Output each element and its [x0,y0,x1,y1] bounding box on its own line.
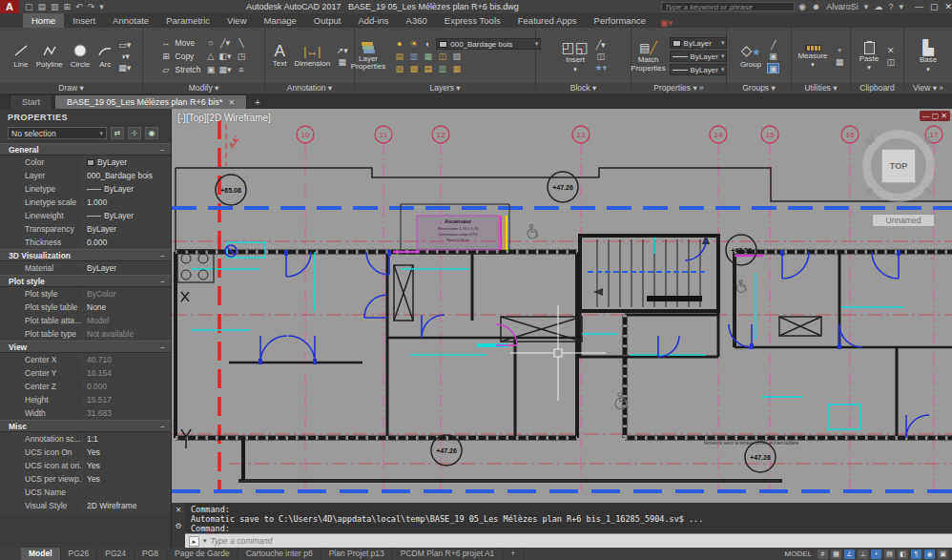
palette-section-header[interactable]: Misc− [0,420,171,432]
text-button[interactable]: A Text [271,43,289,69]
linetype-dropdown[interactable]: ByLayer▾ [670,64,728,75]
property-value[interactable]: 1:1 [82,434,171,444]
workspace-switch-icon[interactable]: ▣▾ [660,18,673,28]
quick-select-icon[interactable]: + [834,46,846,56]
ribbon-tab-parametric[interactable]: Parametric [157,13,218,28]
user-menu-caret-icon[interactable]: ▾ [864,2,869,11]
group-selection-icon[interactable]: ▣ [767,63,779,73]
ellipse-tool-icon[interactable]: ◑▾ [118,52,131,62]
calculator-icon[interactable]: ▦ [834,57,846,68]
viewcube-top-face[interactable]: TOP [881,149,916,183]
property-value[interactable]: ByColor [82,289,171,299]
toggle-pickadd-icon[interactable]: ⇄ [111,127,124,139]
line-button[interactable]: Line [11,43,31,70]
leader-tool-icon[interactable]: ↗▾ [336,46,348,56]
measure-button[interactable]: Measure▾ [796,44,829,70]
palette-section-header[interactable]: Plot style− [0,275,171,287]
layout-tab-pg8[interactable]: PG8 [135,548,167,560]
layout-tab-cartouche-inter-p8[interactable]: Cartouche inter p8 [238,548,321,560]
new-layout-button[interactable]: + [503,548,524,560]
open-file-icon[interactable]: ▤ [38,2,47,11]
match-properties-button[interactable]: ▤╱ Match Properties [631,39,667,73]
ribbon-tab-annotate[interactable]: Annotate [104,13,157,28]
base-button[interactable]: ▙ Base▾ [918,39,939,73]
move-button[interactable]: ↔Move [160,38,201,49]
layer-tool-icon[interactable]: ▨ [393,64,405,74]
hatch-tool-icon[interactable]: ▦▾ [118,63,131,73]
layer-tool-icon[interactable]: ▤ [422,64,434,74]
property-value[interactable]: 2D Wireframe [82,501,171,510]
layer-tool-icon[interactable]: ▦ [422,52,434,62]
dimension-button[interactable]: |↔| Dimension [292,43,332,69]
group-edit-icon[interactable]: ▣ [767,52,779,62]
property-value[interactable]: 15.517 [82,395,171,404]
ribbon-tab-insert[interactable]: Insert [64,13,104,28]
command-history[interactable]: Command: Automatic save to C:\Users\4D\a… [185,503,952,533]
status-toggle-icon[interactable]: ¶ [911,550,921,559]
paste-button[interactable]: Paste▾ [858,41,880,73]
panel-label-annotation[interactable]: Annotation ▾ [265,83,354,93]
property-value[interactable]: ByLayer [82,184,171,194]
property-value[interactable]: Yes [82,447,171,457]
signin-user[interactable]: AlvaroSi [826,2,859,11]
file-tab[interactable]: BASE_19 05_Les Mélèzes plan R+6 bis*✕ [54,94,247,109]
layer-tool-icon[interactable]: ▧ [450,52,463,62]
ribbon-tab-featured-apps[interactable]: Featured Apps [509,13,586,28]
rotate-tool-icon[interactable]: ○ [204,38,217,49]
property-value[interactable]: ByLayer [82,157,171,167]
copy-clip-icon[interactable]: ◫ [884,57,897,68]
minimize-button[interactable]: — [915,2,923,11]
panel-label-block[interactable]: Block ▾ [536,83,631,93]
layout-tab-page-de-garde[interactable]: Page de Garde [167,548,238,560]
command-input[interactable]: ▸ ▾ Type a command [185,533,952,548]
ribbon-tab-performance[interactable]: Performance [586,13,654,28]
arc-button[interactable]: Arc [95,43,114,70]
ribbon-tab-view[interactable]: View [218,13,255,28]
layout-tab-pg24[interactable]: PG24 [97,548,135,560]
status-toggle-icon[interactable]: ▦ [831,550,841,559]
panel-label-groups[interactable]: Groups ▾ [727,83,791,93]
layout-tab-pg26[interactable]: PG26 [61,548,98,560]
panel-label-clipboard[interactable]: Clipboard [851,83,903,93]
mirror-tool-icon[interactable]: △ [204,52,217,62]
file-tab[interactable]: Start [10,94,52,109]
property-value[interactable]: 000_Bardage bois [82,171,171,180]
array-tool-icon[interactable]: ▦▾ [218,65,231,75]
status-toggle-icon[interactable]: ⊥ [858,550,868,559]
layer-tool-icon[interactable]: ◫ [436,52,448,62]
property-value[interactable]: ByLayer [82,211,171,220]
ribbon-tab-add-ins[interactable]: Add-ins [349,13,397,28]
palette-section-header[interactable]: General− [0,143,171,156]
layer-on-icon[interactable]: ● [393,39,405,50]
vp-restore-icon[interactable]: ▢ [932,112,940,120]
vp-close-icon[interactable]: ✕ [941,112,947,120]
help-icon[interactable]: ? [888,2,893,11]
offset-tool-icon[interactable]: ≡ [235,65,247,75]
ribbon-tab-home[interactable]: Home [23,13,64,28]
close-button[interactable]: ✕ [944,2,952,11]
cut-icon[interactable]: ✕ [884,46,897,56]
layer-lock-icon[interactable]: ◐ [422,39,434,50]
panel-label-utilities[interactable]: Utilities ▾ [792,83,850,93]
selection-dropdown[interactable]: No selection▾ [8,127,107,139]
property-value[interactable]: Model [82,316,171,325]
rectangle-tool-icon[interactable]: ▭▾ [118,40,131,51]
status-toggle-icon[interactable]: ▤ [884,550,895,559]
panel-label-modify[interactable]: Modify ▾ [143,83,264,93]
fillet-tool-icon[interactable]: ◧▾ [218,52,231,62]
trim-tool-icon[interactable]: ╱▾ [218,38,231,49]
property-value[interactable]: Yes [82,474,171,484]
property-value[interactable]: ByLayer [82,263,171,273]
polyline-button[interactable]: Polyline [34,43,65,70]
table-tool-icon[interactable]: ▦ [336,57,348,68]
layer-freeze-icon[interactable]: ☀ [407,39,420,50]
autocad-logo-icon[interactable]: A [0,0,19,13]
search-input[interactable]: Type a keyword or phrase [661,2,795,11]
new-file-icon[interactable]: ▢ [25,2,33,11]
property-value[interactable]: Not available [82,329,171,339]
command-close-icon[interactable]: ✕ [176,506,182,514]
status-toggle-icon[interactable]: ◧ [898,550,908,559]
property-value[interactable]: Yes [82,461,171,470]
stretch-button[interactable]: ▱Stretch [160,65,201,75]
group-button[interactable]: ◇★ Group [738,42,763,70]
